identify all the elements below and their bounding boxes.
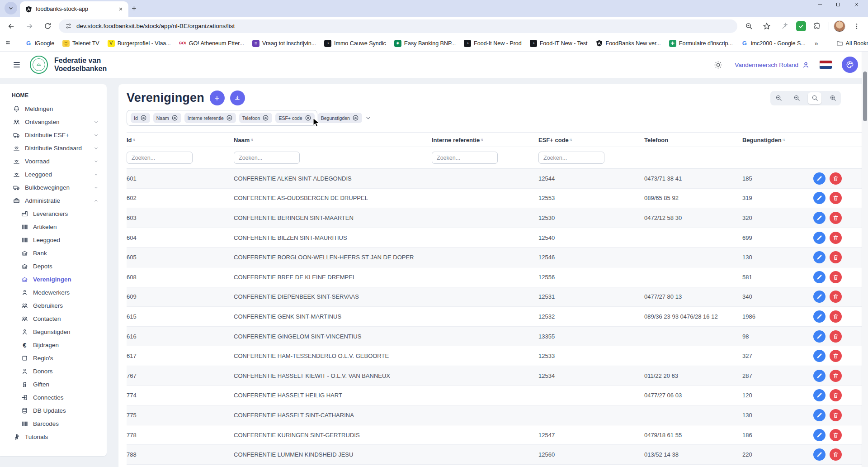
edit-button[interactable] bbox=[813, 389, 826, 401]
edit-button[interactable] bbox=[813, 429, 826, 441]
search-input-interne-referentie[interactable] bbox=[432, 152, 498, 164]
language-flag-nl[interactable] bbox=[820, 61, 832, 69]
address-bar[interactable]: dev.stock.foodbanksit.be/stock/app/nl-BE… bbox=[59, 19, 737, 33]
sidebar-item-barcodes[interactable]: Barcodes bbox=[0, 417, 107, 430]
search-input-naam[interactable] bbox=[234, 152, 300, 164]
delete-button[interactable] bbox=[830, 448, 842, 461]
zoom-indicator-icon[interactable] bbox=[742, 19, 755, 33]
delete-button[interactable] bbox=[830, 310, 842, 323]
browser-menu-kebab-icon[interactable] bbox=[850, 19, 863, 33]
extension-wand-icon[interactable] bbox=[778, 19, 792, 33]
bookmark-item[interactable]: FoodBanks New ver... bbox=[592, 38, 665, 49]
delete-button[interactable] bbox=[830, 192, 842, 204]
edit-button[interactable] bbox=[813, 192, 826, 204]
forward-button[interactable] bbox=[23, 19, 36, 33]
edit-button[interactable] bbox=[813, 251, 826, 263]
sidebar-item-tutorials[interactable]: Tutorials bbox=[0, 430, 107, 443]
browser-tab[interactable]: foodbanks-stock-app bbox=[20, 1, 128, 17]
column-header-naam[interactable]: Naam↑↓ bbox=[234, 137, 432, 143]
delete-button[interactable] bbox=[830, 429, 842, 441]
delete-button[interactable] bbox=[830, 271, 842, 283]
delete-button[interactable] bbox=[830, 389, 842, 401]
edit-button[interactable] bbox=[813, 350, 826, 362]
edit-button[interactable] bbox=[813, 448, 826, 461]
filter-chip-begunstigden[interactable]: Begunstigden bbox=[318, 113, 362, 123]
search-icon[interactable] bbox=[808, 92, 821, 104]
bookmark-item[interactable]: Gimc2000 - Google S... bbox=[737, 38, 809, 49]
delete-button[interactable] bbox=[830, 409, 842, 421]
tab-close-icon[interactable] bbox=[117, 5, 125, 13]
bookmark-item[interactable]: ◔Food-IT New - Test bbox=[526, 38, 591, 49]
edit-button[interactable] bbox=[813, 370, 826, 382]
bookmark-item[interactable]: ≡Vraag tot inschrijvin... bbox=[249, 38, 320, 49]
column-filter-chips[interactable]: IdNaamInterne referentieTelefoonESF+ cod… bbox=[127, 110, 317, 126]
hamburger-menu-icon[interactable] bbox=[10, 58, 24, 71]
theme-toggle-sun-icon[interactable] bbox=[711, 58, 725, 71]
filter-chip-id[interactable]: Id bbox=[131, 113, 150, 123]
sidebar-item-verenigingen[interactable]: Verenigingen bbox=[0, 273, 107, 286]
search-input-esf-code[interactable] bbox=[538, 152, 604, 164]
theme-palette-button[interactable] bbox=[842, 57, 858, 73]
sidebar-item-giften[interactable]: Giften bbox=[0, 378, 107, 391]
new-tab-button[interactable] bbox=[131, 2, 144, 14]
zoom-out-icon[interactable] bbox=[790, 92, 803, 104]
delete-button[interactable] bbox=[830, 232, 842, 244]
chip-remove-icon[interactable] bbox=[171, 114, 178, 121]
bookmark-item[interactable]: VBurgerprofiel - Vlaa... bbox=[104, 38, 175, 49]
filter-chip-naam[interactable]: Naam bbox=[153, 113, 181, 123]
close-icon[interactable] bbox=[854, 2, 865, 7]
sidebar-item-bank[interactable]: Bank bbox=[0, 247, 107, 260]
sidebar-item-distributie-standaard[interactable]: Distributie Standaard bbox=[0, 142, 107, 155]
sidebar-item-leeggoed[interactable]: Leeggoed bbox=[0, 168, 107, 181]
sidebar-item-distributie-esf-[interactable]: Distributie ESF+ bbox=[0, 129, 107, 142]
edit-button[interactable] bbox=[813, 271, 826, 283]
delete-button[interactable] bbox=[830, 172, 842, 185]
sidebar-item-voorraad[interactable]: Voorraad bbox=[0, 155, 107, 168]
edit-button[interactable] bbox=[813, 172, 826, 185]
bookmark-item[interactable]: ✚Formulaire d'inscrip... bbox=[665, 38, 736, 49]
minimize-icon[interactable] bbox=[817, 2, 829, 7]
sidebar-item-connecties[interactable]: Connecties bbox=[0, 391, 107, 404]
sidebar-item-begunstigden[interactable]: Begunstigden bbox=[0, 325, 107, 338]
extensions-puzzle-icon[interactable] bbox=[811, 19, 824, 33]
edit-button[interactable] bbox=[813, 232, 826, 244]
bookmark-item[interactable]: ✷Easy Banking BNP... bbox=[391, 38, 459, 49]
all-bookmarks-button[interactable]: All Bookmarks bbox=[833, 38, 868, 48]
reload-button[interactable] bbox=[41, 19, 54, 33]
delete-button[interactable] bbox=[830, 330, 842, 343]
bookmark-item[interactable]: GO!GO! Atheneum Etter... bbox=[175, 38, 248, 49]
export-download-button[interactable] bbox=[230, 91, 245, 105]
bookmarks-overflow-button[interactable]: » bbox=[811, 40, 822, 47]
back-button[interactable] bbox=[5, 19, 18, 33]
delete-button[interactable] bbox=[830, 251, 842, 263]
chip-remove-icon[interactable] bbox=[262, 114, 269, 121]
sidebar-item-bijdragen[interactable]: €Bijdragen bbox=[0, 338, 107, 352]
apps-grid-icon[interactable] bbox=[5, 38, 12, 49]
bookmark-item[interactable]: GiGoogle bbox=[21, 38, 58, 49]
filter-chip-esf-code[interactable]: ESF+ code bbox=[275, 113, 314, 123]
search-input-id[interactable] bbox=[127, 152, 193, 164]
sidebar-item-donors[interactable]: Donors bbox=[0, 365, 107, 378]
zoom-out-icon[interactable] bbox=[772, 92, 785, 104]
sidebar-item-regio-s[interactable]: Regio's bbox=[0, 352, 107, 365]
delete-button[interactable] bbox=[830, 212, 842, 224]
sidebar-item-depots[interactable]: Depots bbox=[0, 260, 107, 273]
sidebar-item-ontvangsten[interactable]: Ontvangsten bbox=[0, 115, 107, 129]
edit-button[interactable] bbox=[813, 310, 826, 323]
page-scrollbar[interactable] bbox=[862, 52, 868, 467]
chip-remove-icon[interactable] bbox=[305, 114, 311, 121]
bookmark-star-icon[interactable] bbox=[760, 19, 774, 33]
edit-button[interactable] bbox=[813, 291, 826, 303]
user-menu[interactable]: Vandermeersch Roland bbox=[735, 61, 810, 69]
sidebar-item-medewerkers[interactable]: Medewerkers bbox=[0, 286, 107, 299]
sidebar-item-leeggoed[interactable]: Leeggoed bbox=[0, 234, 107, 247]
maximize-icon[interactable] bbox=[835, 2, 847, 7]
chip-remove-icon[interactable] bbox=[140, 114, 147, 121]
scrollbar-thumb[interactable] bbox=[863, 71, 867, 121]
extension-check-icon[interactable] bbox=[796, 21, 806, 31]
chip-remove-icon[interactable] bbox=[352, 114, 359, 121]
column-header-esf-code[interactable]: ESF+ code↑↓ bbox=[538, 137, 644, 143]
profile-avatar[interactable] bbox=[834, 20, 845, 32]
delete-button[interactable] bbox=[830, 291, 842, 303]
bookmark-item[interactable]: 🙂Telenet TV bbox=[59, 38, 103, 49]
